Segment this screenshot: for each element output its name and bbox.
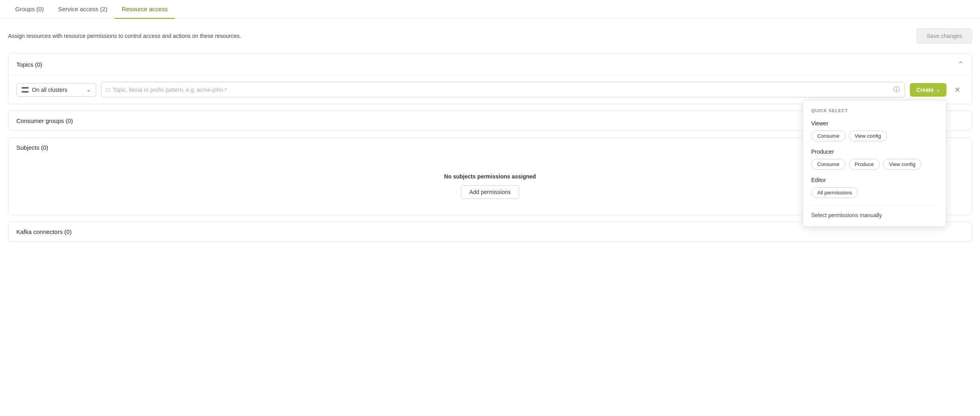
cluster-select-label: On all clusters [32,87,83,93]
tab-resource-access[interactable]: Resource access [115,0,175,19]
qs-group-editor: Editor All permissions [811,177,938,198]
create-button[interactable]: Create ⌄ [910,83,946,97]
topic-pattern-input[interactable] [113,87,890,93]
tabs-container: Groups (0) Service access (2) Resource a… [0,0,980,19]
add-permissions-button[interactable]: Add permissions [461,185,519,199]
topic-input-icon: □ [106,87,109,93]
qs-group-editor-label: Editor [811,177,938,183]
qs-group-producer-label: Producer [811,149,938,155]
tab-service-access[interactable]: Service access (2) [51,0,115,19]
qs-group-viewer: Viewer Consume View config [811,120,938,141]
topics-section-header[interactable]: Topics (0) ⌃ [8,53,972,75]
qs-group-producer: Producer Consume Produce View config [811,149,938,170]
topics-section: Topics (0) ⌃ On all clusters ⌄ □ [8,53,972,104]
cluster-icon [22,87,29,93]
cluster-icon-line-1 [22,87,29,89]
topics-section-body: On all clusters ⌄ □ ⓘ Create ⌄ [8,75,972,104]
topics-controls: On all clusters ⌄ □ ⓘ Create ⌄ [16,82,964,97]
consumer-groups-title: Consumer groups (0) [16,117,73,124]
qs-badge-allpermissions-editor[interactable]: All permissions [811,187,858,198]
qs-divider [811,205,938,206]
qs-badge-viewconfig-viewer[interactable]: View config [849,131,887,141]
quick-select-panel: QUICK SELECT Viewer Consume View config … [803,100,946,227]
qs-badge-consume-producer[interactable]: Consume [811,159,846,170]
qs-viewer-badges: Consume View config [811,131,938,141]
quick-select-title: QUICK SELECT [811,108,938,113]
tab-groups[interactable]: Groups (0) [8,0,51,19]
cluster-icon-line-2 [22,91,29,93]
subjects-section-title: Subjects (0) [16,144,48,151]
cluster-dropdown-arrow-icon: ⌄ [87,87,91,93]
topics-close-button[interactable]: ✕ [951,84,964,96]
cluster-select-dropdown[interactable]: On all clusters ⌄ [16,83,96,97]
main-content: Assign resources with resource permissio… [0,19,980,258]
create-button-chevron-icon: ⌄ [936,87,940,93]
qs-editor-badges: All permissions [811,187,938,198]
qs-badge-consume-viewer[interactable]: Consume [811,131,846,141]
kafka-connectors-title: Kafka connectors (0) [16,228,71,235]
qs-badge-viewconfig-producer[interactable]: View config [883,159,921,170]
topic-info-icon[interactable]: ⓘ [893,85,900,94]
description-row: Assign resources with resource permissio… [8,28,972,44]
qs-producer-badges: Consume Produce View config [811,159,938,170]
create-button-wrapper: Create ⌄ QUICK SELECT Viewer Consume Vie… [910,83,946,97]
topics-chevron-up-icon: ⌃ [958,60,964,69]
qs-badge-produce-producer[interactable]: Produce [849,159,880,170]
topics-section-title: Topics (0) [16,61,42,68]
topic-input-wrapper: □ ⓘ [101,82,905,97]
qs-manual-link[interactable]: Select permissions manually [811,212,938,218]
qs-group-viewer-label: Viewer [811,120,938,127]
save-changes-button[interactable]: Save changes [917,28,972,44]
create-button-label: Create [916,87,934,93]
description-text: Assign resources with resource permissio… [8,33,241,39]
